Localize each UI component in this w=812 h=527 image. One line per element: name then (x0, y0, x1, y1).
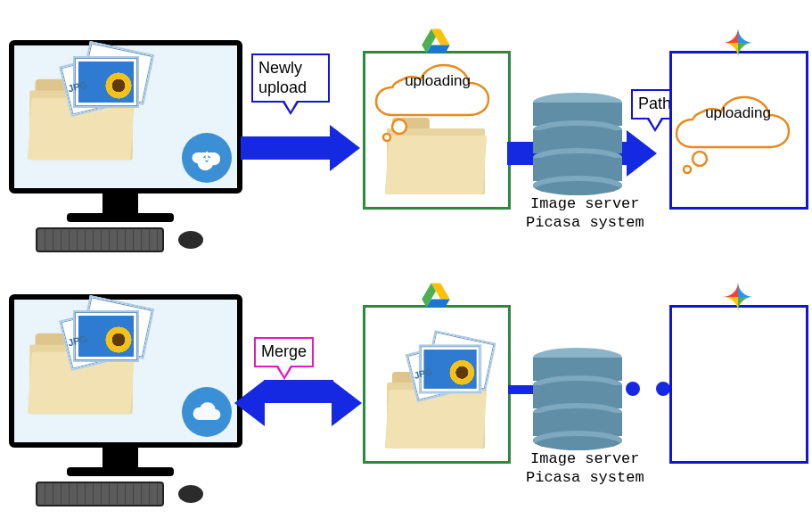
arrow-newly-upload (241, 125, 360, 171)
keyboard-icon (36, 227, 164, 252)
database-icon-1 (533, 93, 622, 195)
thought-bubble-1: uploading (371, 54, 504, 130)
desktop-computer-1: JPG (9, 40, 232, 222)
monitor-screen: JPG (9, 294, 242, 448)
arrow-merge-right (332, 380, 362, 426)
svg-point-3 (392, 119, 406, 134)
mouse-icon (178, 485, 203, 503)
callout-newly-upload-text: Newly upload (258, 59, 307, 96)
thought-bubble-2: uploading (671, 86, 805, 162)
keyboard-icon (36, 482, 164, 506)
svg-point-6 (684, 166, 691, 173)
dashed-connector-db-photos (626, 382, 670, 396)
jpg-photo-icon: JPG (64, 301, 150, 369)
arrow-merge-shaft (264, 380, 333, 403)
image-server-caption-2: Image server Picasa system (526, 449, 644, 488)
svg-point-4 (383, 134, 390, 141)
jpg-photo-icon: JPG (410, 336, 491, 400)
dashed-connector-drive-db (508, 385, 535, 394)
google-photos-icon (720, 279, 756, 315)
callout-merge-text: Merge (261, 342, 307, 360)
mouse-icon (178, 231, 203, 249)
callout-merge: Merge (254, 337, 314, 367)
google-drive-icon (418, 25, 454, 57)
google-photos-container-2 (669, 305, 808, 464)
cloud-upload-icon (182, 133, 232, 183)
google-drive-icon (418, 279, 454, 311)
diagram-root: JPG Newly upload (0, 0, 812, 527)
desktop-computer-2: JPG (9, 294, 232, 476)
svg-point-5 (693, 152, 707, 166)
cloud-upload-icon (182, 387, 232, 437)
callout-newly-upload: Newly upload (251, 54, 330, 103)
google-drive-container-2: JPG (363, 305, 511, 464)
monitor-screen: JPG (9, 40, 242, 194)
database-icon-2 (533, 348, 622, 450)
google-photos-icon (720, 25, 756, 61)
image-server-caption-1: Image server Picasa system (526, 194, 644, 233)
uploading-label-1: uploading (405, 72, 471, 90)
callout-path-text: Path (638, 95, 671, 112)
jpg-photo-icon: JPG (64, 47, 150, 115)
uploading-label-2: uploading (705, 104, 771, 122)
arrow-merge-left (234, 380, 265, 426)
